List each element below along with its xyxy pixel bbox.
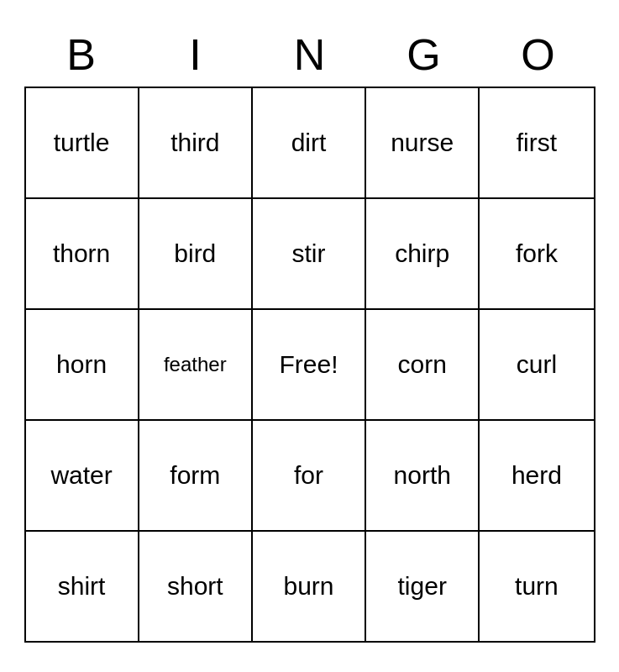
bingo-cell-0-0: turtle <box>26 88 139 197</box>
bingo-cell-3-1: form <box>139 421 253 530</box>
bingo-cell-3-0: water <box>26 421 139 530</box>
bingo-row-4: shirtshortburntigerturn <box>26 532 594 641</box>
bingo-cell-1-4: fork <box>480 199 593 308</box>
bingo-cell-2-1: feather <box>139 310 253 419</box>
bingo-cell-2-2: Free! <box>253 310 366 419</box>
bingo-cell-2-3: corn <box>366 310 480 419</box>
bingo-cell-3-3: north <box>366 421 480 530</box>
bingo-cell-4-3: tiger <box>366 532 480 641</box>
bingo-header: BINGO <box>24 29 595 80</box>
bingo-cell-2-0: horn <box>26 310 139 419</box>
bingo-letter-B: B <box>24 29 139 80</box>
bingo-cell-1-1: bird <box>139 199 253 308</box>
bingo-cell-4-1: short <box>139 532 253 641</box>
bingo-row-3: waterformfornorthherd <box>26 421 594 532</box>
bingo-cell-1-2: stir <box>253 199 366 308</box>
bingo-cell-1-3: chirp <box>366 199 480 308</box>
bingo-cell-3-4: herd <box>480 421 593 530</box>
bingo-letter-G: G <box>367 29 481 80</box>
bingo-grid: turtlethirddirtnursefirstthornbirdstirch… <box>24 87 595 643</box>
bingo-cell-4-0: shirt <box>26 532 139 641</box>
bingo-letter-O: O <box>481 29 595 80</box>
bingo-card: BINGO turtlethirddirtnursefirstthornbird… <box>24 29 595 643</box>
bingo-cell-0-1: third <box>139 88 253 197</box>
bingo-cell-0-4: first <box>480 88 593 197</box>
bingo-row-1: thornbirdstirchirpfork <box>26 199 594 310</box>
bingo-letter-N: N <box>253 29 367 80</box>
bingo-row-2: hornfeatherFree!corncurl <box>26 310 594 421</box>
bingo-letter-I: I <box>139 29 253 80</box>
bingo-cell-1-0: thorn <box>26 199 139 308</box>
bingo-cell-3-2: for <box>253 421 366 530</box>
bingo-cell-4-2: burn <box>253 532 366 641</box>
bingo-cell-4-4: turn <box>480 532 593 641</box>
bingo-cell-2-4: curl <box>480 310 593 419</box>
bingo-row-0: turtlethirddirtnursefirst <box>26 88 594 199</box>
bingo-cell-0-3: nurse <box>366 88 480 197</box>
bingo-cell-0-2: dirt <box>253 88 366 197</box>
